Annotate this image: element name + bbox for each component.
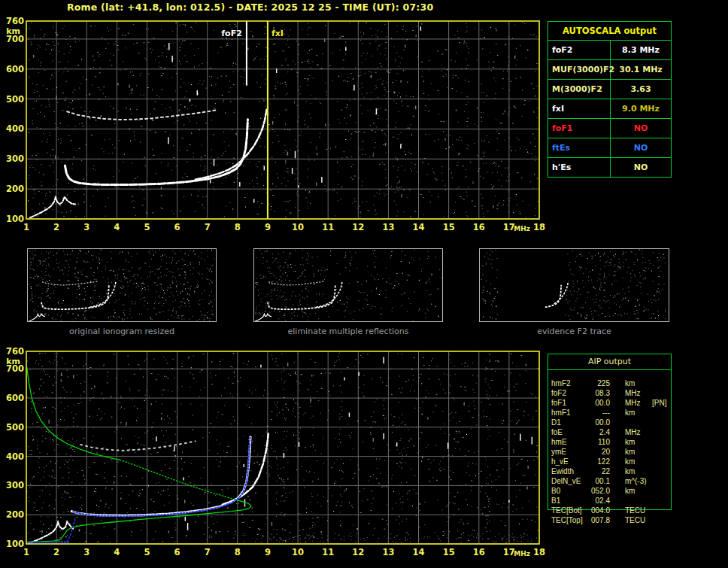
aip-param-unit: m^(-3) xyxy=(625,476,651,486)
aip-row-hmE: hmE110km xyxy=(548,437,725,447)
aip-param-label: hmE xyxy=(548,437,587,447)
aip-table-title: AIP output xyxy=(548,354,671,370)
autoscala-param-value: 3.63 xyxy=(611,80,671,99)
aip-param-value: 004.0 xyxy=(587,506,610,515)
axis-label: 4 xyxy=(114,222,120,232)
autoscala-row-M3000F2: M(3000)F23.63 xyxy=(548,80,671,99)
axis-label: 14 xyxy=(413,222,425,232)
panel-x-trace xyxy=(89,281,116,307)
aip-row-foF2: foF208.3MHz xyxy=(548,388,725,398)
axis-label: 7 xyxy=(205,547,211,557)
aip-row-foF1: foF100.0MHz[PN] xyxy=(548,398,725,408)
autoscala-param-value: NO xyxy=(611,158,671,177)
axis-label: 11 xyxy=(322,222,334,232)
autoscala-row-fxI: fxI9.0 MHz xyxy=(548,99,671,119)
aip-row-TECTop: TEC[Top]007.8TECU xyxy=(548,515,725,525)
panel-frame xyxy=(28,249,217,322)
axis-label: 9 xyxy=(265,547,271,557)
axis-label: 760 xyxy=(6,16,24,26)
axis-label: 300 xyxy=(6,480,24,491)
axis-label: 6 xyxy=(174,222,180,232)
axis-label: 15 xyxy=(443,547,455,557)
noise-speckles xyxy=(28,23,538,217)
panel-multiple-arc xyxy=(42,281,98,285)
aip-param-label: hmF2 xyxy=(548,378,587,388)
aip-param-label: D1 xyxy=(548,418,587,427)
panel-noise xyxy=(255,250,441,320)
axis-label: 18 xyxy=(533,547,545,557)
axis-label: 13 xyxy=(382,547,394,557)
axis-label: 760 xyxy=(6,346,24,357)
axis-label: 400 xyxy=(6,451,24,462)
panel-caption-evidence: evidence F2 trace xyxy=(479,327,669,336)
panel-noise-white xyxy=(255,251,439,317)
autoscala-param-label: foF2 xyxy=(548,41,611,59)
axis-label: 10 xyxy=(292,547,304,557)
aip-param-value: 00.0 xyxy=(587,418,610,427)
panel-evidence-f2-trace xyxy=(479,248,669,322)
axis-label: 16 xyxy=(473,547,485,557)
aip-param-unit: TECU xyxy=(625,506,651,515)
fof2-marker-label: foF2 xyxy=(221,29,242,38)
axis-label: 3 xyxy=(83,547,89,557)
aip-param-label: h_vE xyxy=(548,457,587,466)
bottom-ionogram-plot: 123456789101112131415161718MHz7607006005… xyxy=(0,342,549,568)
panel-e-trace xyxy=(255,314,271,321)
autoscala-param-label: fxI xyxy=(548,99,611,118)
axis-label: 100 xyxy=(6,539,24,549)
aip-param-unit: km xyxy=(625,437,651,447)
panel-noise xyxy=(481,250,666,320)
aip-param-label: foF1 xyxy=(548,398,587,408)
aip-param-unit: MHz xyxy=(625,388,651,398)
aip-param-value: 225 xyxy=(587,378,610,388)
autoscala-output-table: AUTOSCALA output foF28.3 MHzMUF(3000)F23… xyxy=(548,21,672,178)
axis-label: 3 xyxy=(83,222,89,232)
axis-label: 100 xyxy=(6,214,24,224)
axis-label: 10 xyxy=(292,222,304,232)
aip-param-value: 2.4 xyxy=(587,427,610,437)
autoscala-param-label: ftEs xyxy=(548,138,611,157)
aip-row-hmF1: hmF1---km xyxy=(548,408,725,418)
e-region-trace xyxy=(30,197,75,218)
aip-row-B0: B0052.0km xyxy=(548,486,725,496)
autoscala-param-label: MUF(3000)F2 xyxy=(548,60,611,79)
autoscala-param-value: 8.3 MHz xyxy=(611,41,671,59)
autoscala-row-MUF3000F2: MUF(3000)F230.1 MHz xyxy=(548,60,671,80)
aip-param-label: foE xyxy=(548,427,587,437)
aip-row-hvE: h_vE122km xyxy=(548,457,725,466)
f2-extraordinary-trace xyxy=(223,433,268,504)
aip-param-unit xyxy=(625,418,651,427)
autoscala-param-label: foF1 xyxy=(548,119,611,138)
aip-param-value: 00.0 xyxy=(587,398,610,408)
axis-label: 1 xyxy=(23,547,29,557)
axis-label: 5 xyxy=(144,547,150,557)
electron-density-profile-upper xyxy=(27,367,120,460)
aip-param-unit: km xyxy=(625,486,651,496)
autoscala-param-label: M(3000)F2 xyxy=(548,80,611,99)
aip-param-value: 110 xyxy=(587,437,610,447)
panel-caption-original: original ionogram resized xyxy=(27,327,217,336)
electron-density-profile-valley xyxy=(120,460,237,500)
aip-param-unit: km xyxy=(625,447,651,457)
aip-param-value: 00.1 xyxy=(587,476,610,486)
aip-param-value: 007.8 xyxy=(587,515,610,525)
axis-label: 2 xyxy=(53,222,59,232)
axis-label: 5 xyxy=(144,222,150,232)
axis-label: 6 xyxy=(174,547,180,557)
aip-row-DelNvE: DelN_vE00.1m^(-3) xyxy=(548,476,725,486)
aip-param-label: DelN_vE xyxy=(548,476,587,486)
axis-label: 8 xyxy=(235,222,241,232)
x-axis-unit: MHz xyxy=(514,550,530,557)
aip-param-label: hmF1 xyxy=(548,408,587,418)
aip-param-value: 08.3 xyxy=(587,388,610,398)
autoscala-row-ftEs: ftEsNO xyxy=(548,138,671,158)
aip-param-label: Ewidth xyxy=(548,466,587,476)
aip-row-TECBot: TEC[Bot]004.0TECU xyxy=(548,506,725,515)
aip-param-label: TEC[Top] xyxy=(548,515,587,525)
axis-label: 200 xyxy=(6,184,24,194)
axis-label: 1 xyxy=(23,222,29,232)
panel-f2-cusp xyxy=(545,285,561,308)
aip-param-unit xyxy=(625,496,651,506)
noise-speckles xyxy=(27,353,539,542)
autoscala-param-value: 9.0 MHz xyxy=(611,99,671,118)
